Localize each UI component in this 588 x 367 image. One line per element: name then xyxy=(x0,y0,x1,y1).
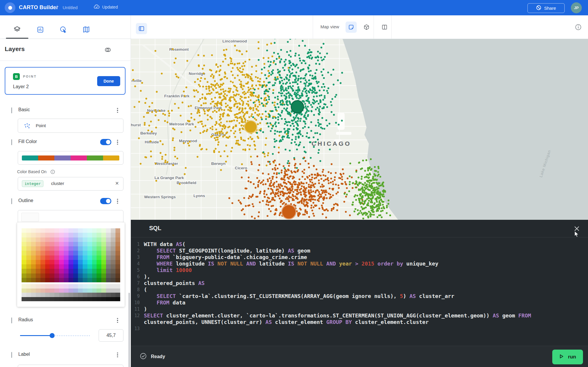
ready-check-icon xyxy=(140,353,147,361)
layer-card[interactable]: B POINT Layer 2 Done xyxy=(5,67,126,95)
svg-text:Berkeley: Berkeley xyxy=(140,131,157,135)
fill-color-section-header: Fill Color xyxy=(0,137,131,147)
cloud-check-icon xyxy=(94,4,100,10)
layer-geometry-type: POINT xyxy=(23,75,37,78)
layer-source-badge: B xyxy=(13,73,20,80)
share-label: Share xyxy=(544,6,556,11)
section-tick xyxy=(11,139,12,145)
basic-label: Basic xyxy=(18,107,30,112)
slider-fill xyxy=(20,335,52,336)
map-view-label: Map view xyxy=(320,24,339,29)
tab-basemap[interactable] xyxy=(82,25,90,34)
save-status: Updated xyxy=(94,4,118,10)
svg-text:Melrose Park: Melrose Park xyxy=(169,122,194,126)
section-tick xyxy=(11,317,12,323)
carto-logo[interactable] xyxy=(5,2,15,13)
outline-color-field[interactable] xyxy=(18,210,123,223)
outline-label: Outline xyxy=(18,198,33,203)
layers-sidebar: Layers B POINT Layer 2 Done Basic Point … xyxy=(0,39,131,367)
color-based-on-label: Color Based On xyxy=(17,169,55,175)
basic-menu-button[interactable] xyxy=(114,107,121,114)
info-icon[interactable] xyxy=(574,23,583,32)
section-tick xyxy=(11,352,12,358)
field-type-chip: integer xyxy=(22,180,43,187)
sidebar-scrollbar[interactable] xyxy=(128,293,130,367)
play-icon xyxy=(559,354,564,360)
svg-text:Lyons: Lyons xyxy=(193,194,205,198)
split-view-button[interactable] xyxy=(379,22,390,33)
basic-section-header: Basic xyxy=(0,106,131,115)
divider xyxy=(0,60,131,61)
sql-panel: SQL 1WITH data AS(2 SELECT ST_GEOGPOINT(… xyxy=(131,220,588,367)
document-title[interactable]: Untitled xyxy=(63,5,78,10)
share-button[interactable]: Share xyxy=(527,3,565,13)
app-window: CARTO Builder / Untitled Updated Share J… xyxy=(0,0,588,367)
section-tick xyxy=(11,107,12,113)
top-header: CARTO Builder / Untitled Updated Share J… xyxy=(0,0,588,15)
save-status-label: Updated xyxy=(102,5,118,9)
color-based-on-field[interactable]: integer cluster ✕ xyxy=(18,177,123,191)
view-3d-button[interactable] xyxy=(361,22,372,33)
label-menu-button[interactable] xyxy=(114,351,121,358)
close-sql-icon[interactable] xyxy=(573,225,580,232)
svg-text:Berwyn: Berwyn xyxy=(211,161,226,166)
geometry-type-value: Point xyxy=(36,123,46,128)
toggle-knob xyxy=(106,140,110,144)
run-button[interactable]: run xyxy=(552,350,583,364)
point-dots-icon xyxy=(23,122,31,131)
toolbar-divider xyxy=(391,15,392,39)
map-toolbar: Map view xyxy=(131,15,588,39)
done-button[interactable]: Done xyxy=(97,76,120,86)
info-circle-icon[interactable] xyxy=(50,169,55,175)
label-field[interactable] xyxy=(18,365,123,367)
field-name: cluster xyxy=(51,181,64,186)
radius-label: Radius xyxy=(18,317,33,322)
outline-toggle[interactable] xyxy=(100,198,111,204)
outline-menu-button[interactable] xyxy=(114,198,121,205)
section-tick xyxy=(11,198,12,204)
radius-slider[interactable] xyxy=(20,335,91,336)
svg-text:hurst: hurst xyxy=(131,123,141,127)
svg-text:Western Springs: Western Springs xyxy=(144,195,176,199)
view-2d-button[interactable] xyxy=(346,22,357,33)
collapse-panel-button[interactable] xyxy=(136,23,147,34)
svg-text:Cicero: Cicero xyxy=(235,166,247,170)
map-render: CHICAGO LincolnwoodRosemontNorridgenvill… xyxy=(131,39,588,220)
svg-text:Westchester: Westchester xyxy=(154,161,178,166)
fill-color-menu-button[interactable] xyxy=(114,139,121,146)
private-icon xyxy=(536,5,541,11)
geometry-type-selector[interactable]: Point xyxy=(18,119,123,133)
slider-remainder xyxy=(52,335,91,336)
fill-color-toggle[interactable] xyxy=(100,139,111,145)
sql-panel-header: SQL xyxy=(131,220,588,237)
color-picker-spectrum[interactable] xyxy=(22,228,120,282)
tab-interactions[interactable] xyxy=(59,25,67,34)
toggle-knob xyxy=(106,199,110,203)
radius-value-input[interactable] xyxy=(99,329,123,342)
shore-patches xyxy=(334,113,351,144)
color-ramp-selector[interactable] xyxy=(18,151,123,165)
ready-label: Ready xyxy=(151,354,165,359)
query-status: Ready xyxy=(140,353,165,361)
svg-text:Franklin Park: Franklin Park xyxy=(164,94,190,98)
logo-dot xyxy=(8,6,12,10)
svg-text:Lincolnwood: Lincolnwood xyxy=(222,39,247,43)
svg-text:Hillside: Hillside xyxy=(145,140,159,144)
tab-widgets[interactable] xyxy=(36,25,44,34)
label-section-title: Label xyxy=(18,352,30,357)
clear-field-icon[interactable]: ✕ xyxy=(115,181,119,186)
tab-layers[interactable] xyxy=(13,25,21,34)
user-avatar[interactable]: JP xyxy=(571,2,582,13)
sql-editor[interactable]: 1WITH data AS(2 SELECT ST_GEOGPOINT(long… xyxy=(131,241,588,332)
sql-title: SQL xyxy=(149,225,161,232)
color-picker-shades[interactable] xyxy=(22,284,120,301)
color-picker-popover xyxy=(17,222,125,307)
run-label: run xyxy=(568,354,576,360)
slider-handle[interactable] xyxy=(50,333,55,338)
compare-layers-icon[interactable] xyxy=(104,46,112,54)
map-canvas[interactable]: CHICAGO LincolnwoodRosemontNorridgenvill… xyxy=(131,39,588,220)
breadcrumb-separator: / xyxy=(56,4,58,10)
outline-color-swatch xyxy=(21,213,39,222)
panel-title: Layers xyxy=(5,45,25,53)
radius-menu-button[interactable] xyxy=(114,317,121,324)
